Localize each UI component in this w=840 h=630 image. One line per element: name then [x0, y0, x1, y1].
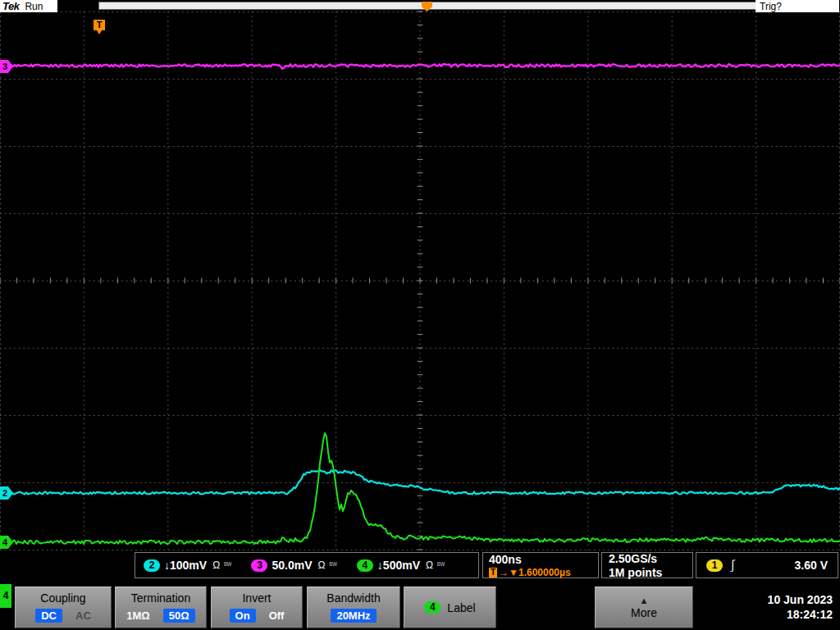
invert-option-off[interactable]: Off: [269, 609, 285, 622]
active-channel-tab[interactable]: 4: [0, 584, 11, 608]
trigger-status-label: Trig?: [760, 1, 782, 12]
invert-button[interactable]: Invert On Off: [211, 587, 303, 628]
horizontal-scale: 400ns: [489, 553, 522, 566]
channel-4-scale: ↓500mV: [377, 559, 420, 572]
channel-2-termination: Ω: [212, 559, 220, 571]
channel-scale-readouts[interactable]: 2 ↓100mV Ω ᴮᵂ 3 50.0mV Ω ᴮᵂ 4 ↓500mV Ω ᴮ…: [135, 552, 479, 578]
acquisition-readout[interactable]: 2.50GS/s 1M points: [601, 552, 693, 578]
label-button[interactable]: 4 Label: [404, 587, 496, 628]
channel-2-badge: 2: [144, 559, 160, 572]
coupling-option-ac[interactable]: AC: [75, 609, 91, 622]
date-label: 10 Jun 2023: [768, 593, 833, 606]
channel-4-badge: 4: [357, 559, 373, 572]
channel-3-badge: 3: [251, 559, 267, 572]
channel-4-termination: Ω: [426, 559, 433, 571]
coupling-title: Coupling: [16, 591, 111, 605]
coupling-button[interactable]: Coupling DC AC: [15, 587, 112, 628]
label-button-text: Label: [447, 601, 475, 614]
datetime-display: 10 Jun 2023 18:24:12: [741, 586, 839, 628]
trigger-t-icon: T: [489, 568, 497, 578]
channel-4-readout[interactable]: 4 ↓500mV Ω ᴮᵂ: [357, 559, 445, 572]
time-label: 18:24:12: [787, 608, 833, 621]
termination-button[interactable]: Termination 1MΩ 50Ω: [115, 587, 207, 628]
channel-2-bandwidth-limit-icon: ᴮᵂ: [224, 561, 231, 569]
record-length: 1M points: [609, 566, 662, 579]
graticule-and-waveforms: [0, 0, 840, 630]
channel-2-readout[interactable]: 2 ↓100mV Ω ᴮᵂ: [144, 559, 231, 572]
oscilloscope-screen: Tek Run Trig? T 3 2 4 2 ↓100mV Ω ᴮᵂ 3 50…: [0, 0, 840, 630]
timebase-readout[interactable]: 400ns T →▼1.600000µs: [482, 552, 599, 578]
trigger-delay-value: →▼1.600000µs: [499, 567, 571, 578]
more-up-icon: ▲: [640, 596, 649, 605]
channel-4-bandwidth-limit-icon: ᴮᵂ: [437, 561, 445, 569]
channel-3-termination: Ω: [318, 559, 326, 571]
bandwidth-option-20mhz[interactable]: 20MHz: [331, 609, 376, 623]
bandwidth-button[interactable]: Bandwidth 20MHz: [307, 587, 400, 628]
more-button[interactable]: ▲ More: [595, 587, 693, 628]
invert-option-on[interactable]: On: [230, 609, 256, 623]
sample-rate: 2.50GS/s: [609, 552, 657, 565]
channel-2-scale: ↓100mV: [164, 559, 207, 572]
trigger-position-flag-icon[interactable]: T: [94, 20, 105, 30]
trigger-level-value: 3.60 V: [795, 559, 828, 572]
label-channel-badge: 4: [424, 601, 441, 614]
tek-logo: Tek: [2, 0, 19, 12]
trigger-status-box: Trig?: [756, 0, 839, 12]
invert-title: Invert: [212, 591, 302, 605]
bandwidth-title: Bandwidth: [308, 591, 399, 605]
acquisition-run-state: Run: [25, 1, 43, 12]
channel-3-readout[interactable]: 3 50.0mV Ω ᴮᵂ: [251, 559, 336, 572]
trigger-position-readout: T →▼1.600000µs: [489, 567, 571, 578]
top-status-area: Tek Run: [0, 0, 57, 12]
record-view-bar[interactable]: [98, 2, 838, 10]
termination-option-1mohm[interactable]: 1MΩ: [126, 609, 149, 622]
trigger-readout[interactable]: 1 ∫ 3.60 V: [696, 552, 838, 578]
trigger-slope-icon: ∫: [731, 558, 734, 573]
more-button-text: More: [631, 606, 657, 619]
termination-title: Termination: [116, 591, 206, 605]
trigger-source-badge: 1: [706, 559, 723, 572]
termination-option-50ohm[interactable]: 50Ω: [163, 609, 195, 623]
coupling-option-dc[interactable]: DC: [35, 609, 62, 623]
channel-3-scale: 50.0mV: [272, 559, 312, 572]
channel-3-bandwidth-limit-icon: ᴮᵂ: [330, 561, 337, 569]
